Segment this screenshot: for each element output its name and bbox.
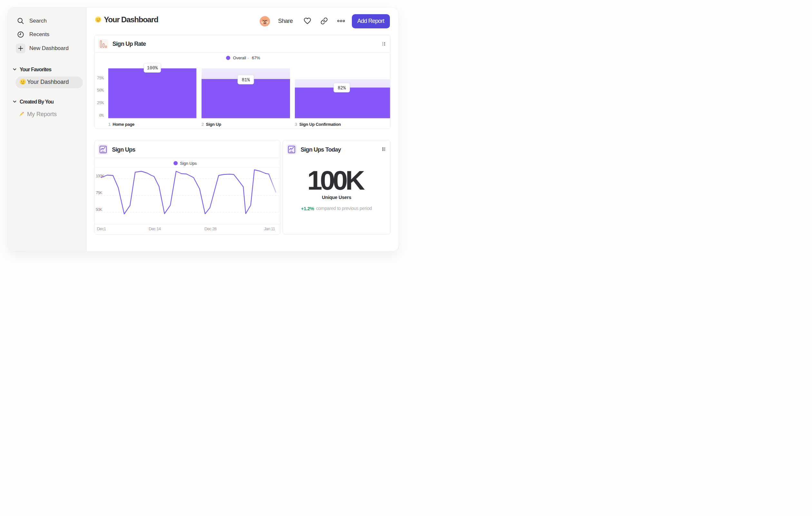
svg-text:50%: 50% — [97, 88, 104, 93]
svg-text:Sign Up: Sign Up — [206, 121, 221, 127]
svg-text:Dec 14: Dec 14 — [149, 226, 161, 231]
svg-text:75K: 75K — [96, 190, 103, 195]
svg-text:Sign Ups: Sign Ups — [180, 161, 197, 165]
svg-text:100K: 100K — [96, 173, 105, 178]
svg-text:50K: 50K — [96, 207, 103, 212]
svg-text:25%: 25% — [97, 101, 104, 105]
svg-text:Jan 11: Jan 11 — [264, 226, 275, 231]
svg-text:0%: 0% — [99, 113, 104, 118]
svg-text:3: 3 — [295, 121, 297, 127]
svg-text:Overall: Overall — [233, 55, 246, 60]
svg-text:Sign Up Confirmation: Sign Up Confirmation — [299, 121, 341, 127]
svg-text:Home page: Home page — [113, 121, 135, 127]
svg-text:Dec1: Dec1 — [97, 226, 106, 231]
svg-text:1: 1 — [108, 121, 111, 127]
svg-text:82%: 82% — [338, 85, 346, 90]
svg-text:2: 2 — [202, 121, 204, 127]
svg-text:100%: 100% — [147, 65, 158, 71]
svg-text:·: · — [248, 55, 249, 60]
svg-text:75%: 75% — [97, 76, 104, 80]
svg-text:Dec 28: Dec 28 — [204, 226, 216, 231]
svg-text:81%: 81% — [242, 77, 250, 82]
svg-text:67%: 67% — [252, 55, 260, 60]
